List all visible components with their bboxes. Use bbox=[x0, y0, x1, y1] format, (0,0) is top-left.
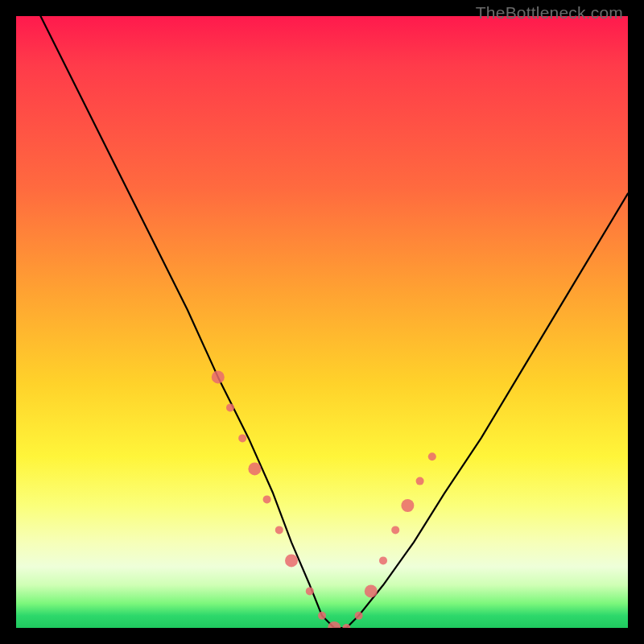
marker-dot bbox=[355, 612, 363, 620]
chart-frame: TheBottleneck.com bbox=[0, 0, 644, 644]
marker-dot bbox=[263, 495, 271, 503]
marker-dot bbox=[275, 526, 283, 534]
marker-dot bbox=[285, 554, 298, 567]
marker-dot bbox=[306, 587, 314, 595]
marker-dot bbox=[416, 477, 424, 485]
marker-dot bbox=[238, 434, 246, 442]
marker-dot bbox=[318, 612, 326, 620]
marker-dot bbox=[212, 370, 225, 383]
marker-dot bbox=[248, 462, 261, 475]
curve-path bbox=[40, 16, 628, 628]
chart-plot-area bbox=[16, 16, 628, 628]
marker-dot bbox=[391, 526, 399, 534]
marker-dot bbox=[365, 584, 378, 597]
bottleneck-curve bbox=[16, 16, 628, 628]
highlight-dots bbox=[212, 370, 436, 628]
watermark-text: TheBottleneck.com bbox=[476, 3, 623, 23]
marker-dot bbox=[401, 499, 414, 512]
marker-dot bbox=[379, 556, 387, 564]
marker-dot bbox=[428, 452, 436, 460]
marker-dot bbox=[226, 403, 234, 411]
